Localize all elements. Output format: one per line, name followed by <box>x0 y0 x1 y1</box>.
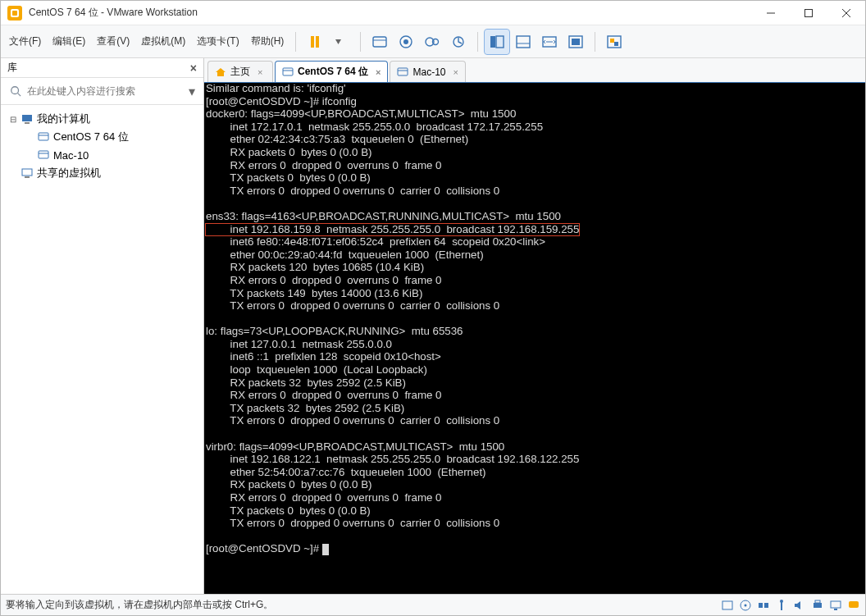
tree-vm-mac[interactable]: Mac-10 <box>1 146 203 164</box>
svg-rect-38 <box>283 68 293 75</box>
tree-label: 共享的虚拟机 <box>37 166 101 180</box>
tab-close[interactable]: × <box>258 67 262 77</box>
svg-point-44 <box>745 604 747 606</box>
tab-centos[interactable]: CentOS 7 64 位 × <box>275 61 388 82</box>
thumbnail-view-button[interactable] <box>511 30 536 54</box>
svg-point-12 <box>403 39 408 44</box>
vm-icon <box>37 130 50 144</box>
disk-icon[interactable] <box>721 599 734 612</box>
tree-label: CentOS 7 64 位 <box>53 130 129 144</box>
svg-rect-30 <box>25 122 30 124</box>
titlebar: CentOS 7 64 位 - VMware Workstation <box>1 1 865 25</box>
tab-home[interactable]: 主页 × <box>207 61 273 82</box>
power-dropdown[interactable] <box>329 30 353 54</box>
svg-rect-35 <box>22 169 32 176</box>
tree-label: 我的计算机 <box>37 112 90 126</box>
show-library-button[interactable] <box>485 30 509 54</box>
sidebar-close-button[interactable]: × <box>190 62 197 75</box>
cd-icon[interactable] <box>739 599 752 612</box>
unity-button[interactable] <box>602 30 627 54</box>
svg-rect-6 <box>311 36 314 48</box>
stretch-button[interactable] <box>537 30 562 54</box>
svg-rect-45 <box>759 603 763 608</box>
tree-shared-vms[interactable]: 共享的虚拟机 <box>1 164 203 182</box>
svg-rect-17 <box>496 36 504 48</box>
svg-rect-3 <box>805 9 813 16</box>
pause-button[interactable] <box>303 30 327 54</box>
svg-rect-26 <box>614 42 618 46</box>
svg-rect-16 <box>490 36 495 48</box>
tabstrip: 主页 × CentOS 7 64 位 × Mac-10 × <box>204 58 865 83</box>
svg-rect-18 <box>517 36 530 48</box>
snapshot-button[interactable] <box>394 30 418 54</box>
svg-line-28 <box>18 94 21 97</box>
terminal[interactable]: Similar command is: 'ifconfig' [root@Cen… <box>204 83 865 594</box>
vm-tree: ⊟ 我的计算机 CentOS 7 64 位 Mac-10 共享的虚拟机 <box>1 105 203 187</box>
message-icon[interactable] <box>847 599 860 612</box>
revert-snapshot-button[interactable] <box>446 30 471 54</box>
tree-vm-centos[interactable]: CentOS 7 64 位 <box>1 128 203 146</box>
menubar: 文件(F) 编辑(E) 查看(V) 虚拟机(M) 选项卡(T) 帮助(H) <box>1 25 865 58</box>
app-icon <box>7 6 22 21</box>
menu-edit[interactable]: 编辑(E) <box>48 31 90 52</box>
sidebar-title: 库 <box>7 61 17 75</box>
svg-rect-31 <box>39 133 48 140</box>
tab-close[interactable]: × <box>376 67 381 77</box>
terminal-output: inet6 fe80::4e48:f071:ef06:52c4 prefixle… <box>206 235 579 554</box>
menu-tabs[interactable]: 选项卡(T) <box>192 31 244 52</box>
search-dropdown[interactable]: ▾ <box>184 84 200 99</box>
svg-rect-42 <box>722 601 732 609</box>
svg-rect-50 <box>814 603 822 608</box>
network-icon[interactable] <box>757 599 770 612</box>
tab-mac[interactable]: Mac-10 × <box>390 61 465 82</box>
vm-icon <box>282 66 294 78</box>
svg-rect-9 <box>373 37 386 47</box>
svg-rect-54 <box>849 601 859 608</box>
svg-point-27 <box>11 87 19 94</box>
menu-vm[interactable]: 虚拟机(M) <box>136 31 190 52</box>
svg-rect-51 <box>815 600 820 603</box>
sidebar: 库 × ▾ ⊟ 我的计算机 CentOS 7 64 位 Mac-10 <box>1 58 204 594</box>
shared-icon <box>21 167 34 180</box>
usb-icon[interactable] <box>775 599 788 612</box>
svg-marker-37 <box>216 68 226 76</box>
home-icon <box>215 66 226 78</box>
menu-help[interactable]: 帮助(H) <box>246 31 289 52</box>
send-ctrlaltdel-button[interactable] <box>367 30 392 54</box>
tab-label: Mac-10 <box>412 66 445 78</box>
maximize-button[interactable] <box>790 1 827 25</box>
highlighted-line: inet 192.168.159.8 netmask 255.255.255.0… <box>206 224 579 236</box>
svg-rect-1 <box>12 11 17 16</box>
svg-rect-7 <box>316 36 319 48</box>
svg-marker-8 <box>335 39 341 44</box>
tab-label: 主页 <box>230 65 250 79</box>
svg-rect-36 <box>25 176 30 178</box>
tab-close[interactable]: × <box>453 67 458 77</box>
svg-rect-29 <box>22 115 32 121</box>
search-icon <box>7 83 24 99</box>
menu-file[interactable]: 文件(F) <box>4 31 46 52</box>
vm-icon <box>397 66 408 78</box>
menu-view[interactable]: 查看(V) <box>92 31 134 52</box>
tree-label: Mac-10 <box>53 149 89 162</box>
svg-rect-40 <box>398 68 408 75</box>
sound-icon[interactable] <box>793 599 806 612</box>
fullscreen-button[interactable] <box>563 30 588 54</box>
display-icon[interactable] <box>829 599 842 612</box>
printer-icon[interactable] <box>811 599 824 612</box>
terminal-cursor <box>322 544 329 555</box>
snapshot-manager-button[interactable] <box>420 30 444 54</box>
svg-rect-25 <box>610 39 614 43</box>
search-input[interactable] <box>27 81 184 101</box>
tab-label: CentOS 7 64 位 <box>298 65 368 79</box>
tree-my-computer[interactable]: ⊟ 我的计算机 <box>1 110 203 128</box>
svg-point-48 <box>780 600 783 603</box>
terminal-output: Similar command is: 'ifconfig' [root@Cen… <box>206 83 561 222</box>
close-button[interactable] <box>827 1 865 25</box>
vm-icon <box>37 148 50 162</box>
svg-rect-46 <box>764 603 768 608</box>
window-title: CentOS 7 64 位 - VMware Workstation <box>29 6 198 20</box>
statusbar: 要将输入定向到该虚拟机，请在虚拟机内部单击或按 Ctrl+G。 <box>1 594 865 615</box>
minimize-button[interactable] <box>752 1 790 25</box>
computer-icon <box>21 112 34 125</box>
